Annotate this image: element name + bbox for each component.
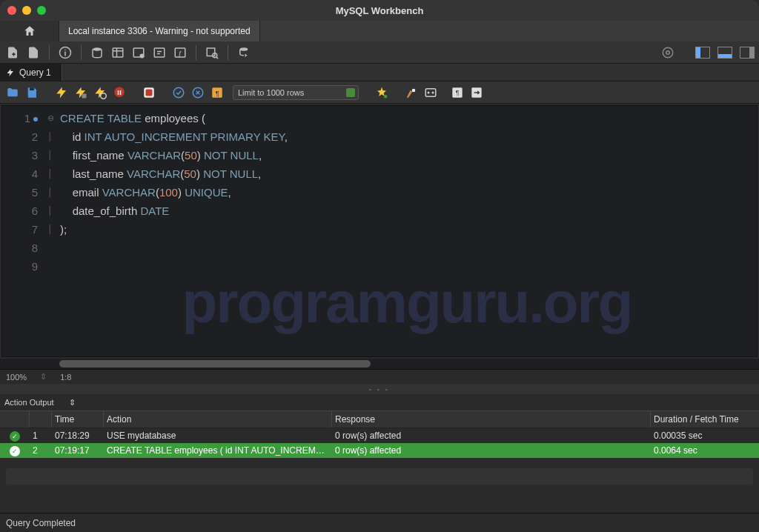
search-table-button[interactable]: [204, 44, 220, 61]
rollback-button[interactable]: [190, 84, 206, 101]
svg-point-27: [432, 91, 434, 93]
svg-point-13: [666, 50, 670, 54]
footer-statusbar: Query Completed: [0, 513, 759, 532]
code-area[interactable]: programguru.org CREATE TABLE employees (…: [57, 106, 757, 356]
svg-text:ƒ: ƒ: [178, 49, 182, 56]
stop-button[interactable]: [111, 84, 127, 101]
sql-editor[interactable]: 123456789 ⊖││││││ programguru.org CREATE…: [1, 105, 758, 357]
output-table-header: Time Action Response Duration / Fetch Ti…: [0, 410, 759, 428]
explain-button[interactable]: [92, 84, 108, 101]
svg-rect-9: [207, 48, 215, 56]
toggle-left-panel-button[interactable]: [695, 47, 710, 59]
new-view-button[interactable]: [130, 44, 147, 61]
col-action[interactable]: Action: [104, 411, 332, 428]
execute-current-button[interactable]: [73, 84, 89, 101]
connection-tab-row: Local instance 3306 - Warning - not supp…: [0, 21, 759, 41]
query-tab-label: Query 1: [19, 67, 51, 78]
toggle-whitespace-button[interactable]: ¶: [209, 84, 225, 101]
svg-point-11: [240, 47, 248, 51]
new-table-button[interactable]: [110, 44, 126, 61]
save-file-button[interactable]: [24, 84, 40, 101]
svg-point-2: [93, 47, 102, 51]
home-icon: [23, 24, 36, 38]
svg-rect-6: [154, 48, 165, 57]
editor-statusbar: 100% ⇕ 1:8: [0, 369, 759, 384]
svg-point-19: [173, 87, 184, 98]
maximize-window-button[interactable]: [37, 6, 46, 15]
invisible-chars-button[interactable]: [468, 84, 485, 101]
zoom-level[interactable]: 100%: [6, 373, 27, 382]
snippets-button[interactable]: [422, 84, 439, 101]
svg-rect-15: [82, 93, 87, 98]
settings-button[interactable]: [660, 44, 676, 61]
titlebar: MySQL Workbench: [0, 0, 759, 21]
home-tab[interactable]: [0, 21, 59, 41]
execute-button[interactable]: [53, 84, 70, 101]
svg-rect-18: [146, 89, 153, 96]
svg-point-23: [384, 95, 388, 99]
new-schema-button[interactable]: [89, 44, 105, 61]
open-sql-file-button[interactable]: [25, 44, 42, 61]
svg-rect-25: [425, 88, 436, 96]
query-tab[interactable]: Query 1: [0, 64, 62, 81]
output-type-dropdown[interactable]: Action Output: [4, 398, 54, 407]
svg-text:¶: ¶: [456, 89, 460, 96]
commit-button[interactable]: [170, 84, 187, 101]
connection-tab-label: Local instance 3306 - Warning - not supp…: [68, 26, 251, 36]
footer-status-text: Query Completed: [6, 518, 76, 528]
reconnect-button[interactable]: [236, 44, 252, 61]
scrollbar-thumb[interactable]: [59, 360, 371, 368]
toggle-autocommit-button[interactable]: [141, 84, 157, 101]
svg-point-16: [101, 93, 107, 99]
svg-point-24: [412, 88, 416, 92]
close-window-button[interactable]: [7, 6, 16, 15]
svg-text:¶: ¶: [215, 88, 219, 96]
window-title: MySQL Workbench: [0, 5, 759, 16]
limit-rows-dropdown[interactable]: Limit to 1000 rows: [233, 85, 359, 100]
col-duration[interactable]: Duration / Fetch Time: [651, 411, 759, 428]
toggle-right-panel-button[interactable]: [740, 47, 755, 59]
svg-point-12: [663, 47, 673, 58]
window-controls: [7, 6, 46, 15]
connection-tab[interactable]: Local instance 3306 - Warning - not supp…: [59, 21, 260, 41]
query-tabs: Query 1: [0, 64, 759, 82]
new-sql-tab-button[interactable]: [4, 44, 21, 61]
output-row[interactable]: ✓107:18:29USE mydatabase0 row(s) affecte…: [0, 428, 759, 443]
output-header: Action Output⇕: [0, 394, 759, 410]
col-time[interactable]: Time: [52, 411, 104, 428]
new-function-button[interactable]: ƒ: [172, 44, 188, 61]
main-toolbar: ƒ: [0, 41, 759, 64]
open-file-button[interactable]: [4, 84, 21, 101]
query-toolbar: ¶ Limit to 1000 rows ¶: [0, 82, 759, 104]
watermark-text: programguru.org: [57, 269, 757, 336]
editor-hscrollbar[interactable]: [0, 359, 759, 369]
beautify-button[interactable]: [374, 84, 390, 101]
fold-gutter: ⊖││││││: [44, 106, 57, 356]
svg-point-5: [140, 53, 145, 58]
lightning-icon: [6, 68, 15, 77]
svg-rect-3: [113, 48, 123, 57]
cursor-position: 1:8: [60, 373, 71, 382]
svg-point-0: [64, 49, 66, 50]
find-button[interactable]: [403, 84, 420, 101]
wrap-button[interactable]: ¶: [449, 84, 465, 101]
toggle-bottom-panel-button[interactable]: [717, 47, 732, 59]
inspector-button[interactable]: [57, 44, 73, 61]
limit-rows-label: Limit to 1000 rows: [238, 88, 304, 97]
line-gutter: 123456789: [2, 106, 44, 356]
svg-point-26: [428, 91, 430, 93]
col-response[interactable]: Response: [332, 411, 651, 428]
output-details-bar: [6, 468, 753, 485]
minimize-window-button[interactable]: [22, 6, 31, 15]
output-rows: ✓107:18:29USE mydatabase0 row(s) affecte…: [0, 428, 759, 458]
svg-rect-14: [30, 87, 34, 90]
output-row[interactable]: ✓207:19:17CREATE TABLE employees ( id IN…: [0, 443, 759, 458]
panel-divider[interactable]: • • •: [0, 384, 759, 394]
new-procedure-button[interactable]: [151, 44, 168, 61]
